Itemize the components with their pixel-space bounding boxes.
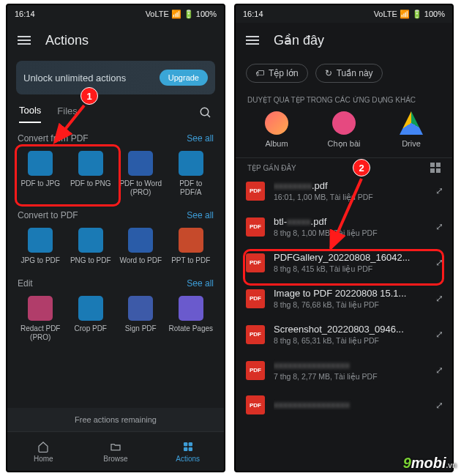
signal-icon: 📶 <box>171 10 181 19</box>
file-row[interactable]: PDFPDFGallery_20220808_16042...8 thg 8, … <box>236 245 452 280</box>
nav-home[interactable]: Home <box>7 432 80 471</box>
file-name: btl-xxxxx.pdf <box>274 216 427 227</box>
expand-icon[interactable]: ⤢ <box>435 400 442 411</box>
source-music[interactable]: Chọn bài <box>310 111 378 149</box>
section-edit: Edit See all Redact PDF (PRO) Crop PDF S… <box>7 268 224 345</box>
svg-point-0 <box>200 108 209 116</box>
file-meta: 7 thg 8, 2,77 MB, Tài liệu PDF <box>274 372 427 381</box>
file-row[interactable]: PDFScreenshot_20220803_0946...8 thg 8, 6… <box>236 316 452 352</box>
expand-icon[interactable]: ⤢ <box>435 365 442 376</box>
status-battery: 100% <box>196 10 217 18</box>
file-row[interactable]: PDFxxxxxxxx.pdf16:01, 1,00 MB, Tài liệu … <box>236 173 452 209</box>
pdf-badge-icon: PDF <box>246 361 265 380</box>
image-pdf-icon <box>78 228 103 253</box>
view-grid-icon[interactable] <box>430 163 441 173</box>
tool-png-to-pdf[interactable]: PNG to PDF <box>68 228 114 265</box>
battery-icon: 🔋 <box>412 10 422 19</box>
folder-icon <box>108 441 123 453</box>
pdf-image-icon <box>28 151 53 176</box>
tab-tools[interactable]: Tools <box>19 105 41 123</box>
bottom-nav: Home Browse Actions <box>7 431 224 471</box>
file-list: PDFxxxxxxxx.pdf16:01, 1,00 MB, Tài liệu … <box>236 173 452 422</box>
file-meta: 8 thg 8, 1,00 MB, Tài liệu PDF <box>274 228 427 237</box>
battery-icon: 🔋 <box>184 10 194 19</box>
status-net: VoLTE <box>146 10 169 18</box>
tool-ppt-to-pdf[interactable]: PPT to PDF <box>168 228 214 265</box>
source-drive[interactable]: Drive <box>378 111 445 149</box>
app-bar: Actions <box>7 23 224 58</box>
expand-icon[interactable]: ⤢ <box>435 221 442 232</box>
tool-pdf-to-png[interactable]: PDF to PNG <box>68 151 114 197</box>
see-all-link[interactable]: See all <box>187 210 214 220</box>
drive-icon <box>400 111 423 135</box>
upgrade-button[interactable]: Upgrade <box>160 70 208 86</box>
signal-icon: 📶 <box>400 10 410 19</box>
tab-files[interactable]: Files <box>57 105 77 122</box>
tool-crop-pdf[interactable]: Crop PDF <box>68 296 114 342</box>
nav-actions[interactable]: Actions <box>151 432 224 471</box>
sign-icon <box>128 296 153 321</box>
section-title: Edit <box>18 278 33 289</box>
see-all-link[interactable]: See all <box>187 133 214 144</box>
upgrade-banner[interactable]: Unlock unlimited actions Upgrade <box>16 61 215 94</box>
svg-rect-2 <box>184 442 187 446</box>
tool-pdf-to-pdfa[interactable]: PDF to PDF/A <box>168 151 214 197</box>
album-icon <box>265 111 288 135</box>
app-bar: Gần đây <box>236 23 452 58</box>
search-icon[interactable] <box>199 106 212 122</box>
expand-icon[interactable]: ⤢ <box>435 185 442 196</box>
section-title: Convert from PDF <box>18 133 89 144</box>
status-bar: 16:14 VoLTE 📶 🔋 100% <box>7 5 224 23</box>
section-convert-to: Convert to PDF See all JPG to PDF PNG to… <box>7 200 224 268</box>
image-pdf-icon <box>28 228 53 253</box>
see-all-link[interactable]: See all <box>187 278 214 289</box>
nav-browse[interactable]: Browse <box>80 432 152 471</box>
file-info: PDFGallery_20220808_16042...8 thg 8, 415… <box>274 252 427 273</box>
file-meta: 8 thg 8, 65,31 kB, Tài liệu PDF <box>274 336 427 345</box>
pdf-image-icon <box>78 151 103 176</box>
tool-jpg-to-pdf[interactable]: JPG to PDF <box>18 228 64 265</box>
music-icon <box>332 111 356 135</box>
svg-rect-5 <box>188 447 192 450</box>
ppt-pdf-icon <box>179 228 203 253</box>
expand-icon[interactable]: ⤢ <box>435 257 442 268</box>
status-time: 16:14 <box>15 10 35 18</box>
expand-icon[interactable]: ⤢ <box>435 293 442 304</box>
file-row[interactable]: PDFxxxxxxxxxxxxxxxx⤢ <box>236 388 452 422</box>
tool-rotate-pages[interactable]: Rotate Pages <box>168 296 214 342</box>
file-info: xxxxxxxxxxxxxxxx7 thg 8, 2,77 MB, Tài li… <box>274 360 427 381</box>
status-net: VoLTE <box>374 10 397 18</box>
tool-redact-pdf[interactable]: Redact PDF (PRO) <box>18 296 64 342</box>
rotate-icon <box>179 296 203 321</box>
home-icon <box>36 441 50 453</box>
pdf-word-icon <box>128 151 153 176</box>
file-info: Image to PDF 20220808 15.1...8 thg 8, 76… <box>274 288 427 309</box>
menu-icon[interactable] <box>246 36 259 45</box>
status-bar: 16:14 VoLTE 📶 🔋 100% <box>236 5 452 23</box>
callout-1: 1 <box>80 87 98 105</box>
menu-icon[interactable] <box>18 36 31 45</box>
file-meta: 8 thg 8, 415 kB, Tài liệu PDF <box>274 264 427 273</box>
tool-pdf-to-word[interactable]: PDF to Word (PRO) <box>118 151 164 197</box>
file-meta: 8 thg 8, 76,68 kB, Tài liệu PDF <box>274 300 427 309</box>
tool-sign-pdf[interactable]: Sign PDF <box>118 296 164 342</box>
file-row[interactable]: PDFxxxxxxxxxxxxxxxx7 thg 8, 2,77 MB, Tài… <box>236 352 452 388</box>
file-row[interactable]: PDFbtl-xxxxx.pdf8 thg 8, 1,00 MB, Tài li… <box>236 209 452 245</box>
file-name: xxxxxxxxxxxxxxxx <box>274 399 427 410</box>
chip-large-files[interactable]: 🏷 Tệp lớn <box>246 64 308 83</box>
page-title: Gần đây <box>274 32 324 48</box>
file-name: xxxxxxxx.pdf <box>274 180 427 191</box>
chip-this-week[interactable]: ↻ Tuần này <box>315 64 383 83</box>
screenshot-right: 16:14 VoLTE 📶 🔋 100% Gần đây 🏷 Tệp lớn ↻… <box>234 4 454 472</box>
recent-files-header: TỆP GẦN ĐÂY <box>236 160 452 173</box>
status-time: 16:14 <box>243 10 263 18</box>
word-pdf-icon <box>128 228 153 253</box>
tool-word-to-pdf[interactable]: Word to PDF <box>118 228 164 265</box>
file-row[interactable]: PDFImage to PDF 20220808 15.1...8 thg 8,… <box>236 280 452 316</box>
source-album[interactable]: Album <box>243 111 310 149</box>
file-name: PDFGallery_20220808_16042... <box>274 252 427 263</box>
section-title: Convert to PDF <box>18 210 78 220</box>
expand-icon[interactable]: ⤢ <box>435 329 442 340</box>
tool-pdf-to-jpg[interactable]: PDF to JPG <box>18 151 64 197</box>
free-actions-banner[interactable]: Free actions remaining <box>7 408 224 431</box>
